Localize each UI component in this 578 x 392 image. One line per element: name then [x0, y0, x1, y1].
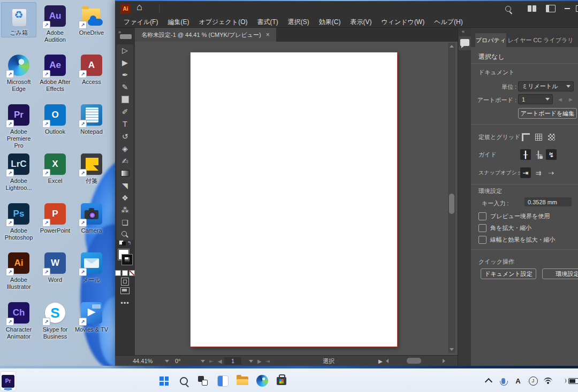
checkbox[interactable]	[478, 224, 486, 232]
menu-item[interactable]: ウィンドウ(W)	[376, 16, 429, 28]
minimize-button[interactable]	[561, 3, 573, 14]
tab-properties[interactable]: プロパティ	[475, 33, 506, 47]
rotation-value[interactable]: 0°	[175, 356, 181, 366]
store-button[interactable]	[273, 372, 290, 389]
desktop-icon-onedrive[interactable]: OneDrive	[74, 4, 109, 36]
swap-fill-stroke-button[interactable]: ↰	[115, 240, 135, 245]
stroke-color-swatch[interactable]	[122, 255, 132, 265]
taskbar-icon-premiere[interactable]: Pr	[0, 371, 16, 391]
desktop-icon-skype-for-business[interactable]: S Skype for Business	[38, 301, 72, 340]
rotation-dropdown-icon[interactable]	[201, 360, 205, 363]
task-view-button[interactable]	[195, 372, 211, 389]
pen-tool[interactable]: ✒	[119, 70, 132, 79]
preferences-button[interactable]: 環境設定	[542, 268, 578, 279]
selection-tool[interactable]: ▷	[119, 45, 132, 55]
scroll-up-icon[interactable]	[450, 45, 454, 48]
taskbar-search-button[interactable]	[176, 372, 192, 389]
gradient-tool[interactable]	[119, 168, 132, 178]
ime-mode-button[interactable]: A	[510, 372, 526, 389]
none-button[interactable]	[129, 270, 135, 276]
desktop-icon-adobe-photoshop[interactable]: Ps Adobe Photoshop	[2, 202, 36, 241]
edge-button[interactable]	[254, 372, 270, 389]
horizontal-scroll-thumb[interactable]	[407, 358, 421, 364]
document-setup-button[interactable]: ドキュメント設定	[481, 268, 536, 279]
artboard-navigation-field[interactable]: 1	[224, 357, 241, 365]
status-menu-arrow-icon[interactable]: ▶	[378, 356, 383, 366]
previous-artboard-icon[interactable]: ◀	[558, 97, 562, 102]
scroll-right-icon[interactable]	[443, 359, 445, 363]
curvature-tool[interactable]: ✎	[119, 82, 132, 91]
desktop-icon-recycle-bin[interactable]: ♻ ごみ箱	[2, 4, 36, 36]
paintbrush-tool[interactable]: ✐	[119, 107, 132, 116]
file-explorer-button[interactable]	[234, 372, 250, 389]
collapse-dock-icon[interactable]: «	[462, 29, 465, 34]
unit-select[interactable]: ミリメートル	[518, 81, 574, 91]
desktop-icon-camera[interactable]: Camera	[74, 202, 109, 234]
type-tool[interactable]: T	[119, 119, 132, 128]
title-bar[interactable]: Ai ⌂	[115, 1, 578, 16]
rotate-tool[interactable]: ↺	[119, 132, 132, 141]
menu-item[interactable]: 表示(V)	[345, 16, 376, 28]
illustrator-app-icon[interactable]: Ai	[120, 4, 131, 14]
vertical-scrollbar[interactable]	[448, 43, 455, 353]
eyedropper-tool[interactable]: ◥	[119, 181, 132, 190]
desktop-icon-adobe-audition[interactable]: Au Adobe Audition	[38, 4, 72, 43]
edit-artboards-button[interactable]: アートボードを編集	[518, 108, 577, 119]
menu-item[interactable]: ヘルプ(H)	[429, 16, 468, 28]
snap-to-grid-button[interactable]: ⇉	[533, 167, 544, 178]
previous-artboard-button[interactable]: ◀	[218, 356, 222, 366]
menu-item[interactable]: 選択(S)	[283, 16, 314, 28]
desktop-icon-word[interactable]: W Word	[38, 251, 72, 283]
preference-checkbox-row[interactable]: プレビュー境界を使用	[478, 212, 556, 220]
scroll-down-icon[interactable]	[450, 348, 454, 351]
next-artboard-button[interactable]: ▶	[257, 356, 262, 366]
lock-guides-button[interactable]: ╂	[533, 149, 544, 160]
desktop-icon-mail[interactable]: メール	[74, 251, 109, 283]
symbol-sprayer-tool[interactable]: ⁂	[119, 205, 132, 214]
desktop-icon-access[interactable]: A Access	[74, 53, 109, 86]
workspace-switcher-button[interactable]	[545, 3, 557, 14]
close-tab-icon[interactable]: ×	[266, 31, 270, 39]
preference-checkbox-row[interactable]: 角を拡大・縮小	[478, 224, 556, 232]
desktop-icon-movies-tv[interactable]: ▶ Movies & TV	[74, 301, 109, 333]
maximize-button[interactable]	[573, 3, 578, 14]
menu-item[interactable]: ファイル(F)	[119, 16, 163, 28]
home-icon[interactable]: ⌂	[136, 2, 142, 13]
show-grid-button[interactable]	[533, 132, 544, 142]
checkbox[interactable]	[478, 212, 486, 220]
checkbox[interactable]	[478, 236, 486, 244]
arrange-documents-button[interactable]	[526, 3, 538, 14]
color-button[interactable]	[115, 270, 121, 276]
desktop-icon-notepad[interactable]: Notepad	[74, 103, 109, 135]
show-guides-button[interactable]: ╂	[520, 149, 531, 160]
ime-options-button[interactable]: J	[525, 372, 541, 389]
smart-guides-button[interactable]: ↯	[546, 149, 557, 160]
start-button[interactable]	[156, 372, 172, 389]
comments-button[interactable]	[459, 36, 471, 50]
microphone-tray-icon[interactable]	[495, 372, 511, 389]
widgets-button[interactable]	[215, 372, 231, 389]
draw-mode-button[interactable]	[115, 278, 135, 286]
desktop-icon-outlook[interactable]: O Outlook	[38, 103, 72, 135]
preference-checkbox-row[interactable]: 線幅と効果を拡大・縮小	[478, 235, 556, 244]
screen-mode-button[interactable]	[115, 287, 135, 294]
vertical-scroll-thumb[interactable]	[449, 194, 454, 214]
tab-cc-libraries[interactable]: CC ライブラリ	[533, 33, 574, 47]
artboard-tool[interactable]: ❏	[119, 218, 132, 227]
menu-item[interactable]: 編集(E)	[163, 16, 194, 28]
key-input-field[interactable]: 0.3528 mm	[524, 197, 572, 206]
canvas[interactable]	[135, 42, 458, 355]
first-artboard-button[interactable]: ⇤	[209, 356, 214, 366]
artboard-select[interactable]: 1	[518, 94, 553, 104]
zoom-level[interactable]: 44.41%	[133, 356, 153, 366]
scroll-left-icon[interactable]	[386, 359, 389, 363]
tray-expand-button[interactable]	[481, 372, 497, 389]
show-transparency-grid-button[interactable]	[546, 132, 557, 142]
artboard-dropdown-icon[interactable]	[249, 360, 253, 363]
battery-tray-button[interactable]	[565, 372, 578, 389]
desktop-icon-adobe-after-effects[interactable]: Ae Adobe After Effects	[38, 53, 72, 93]
menu-item[interactable]: 書式(T)	[252, 16, 283, 28]
snap-to-pixel-button[interactable]: ⇢	[546, 167, 557, 178]
snap-to-point-button[interactable]: ⇥	[520, 167, 531, 178]
desktop-icon-sticky-notes[interactable]: 付箋	[74, 152, 109, 185]
